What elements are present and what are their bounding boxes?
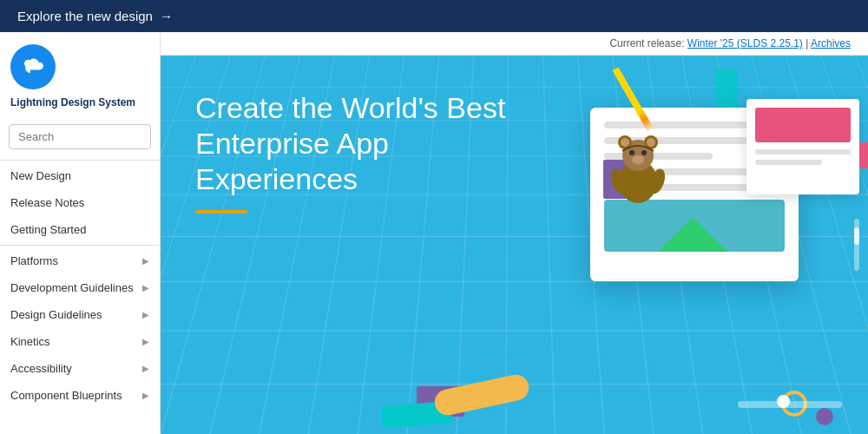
- pencil: [613, 67, 654, 130]
- hero-underline: [195, 210, 247, 214]
- sidebar-item-release-notes[interactable]: Release Notes: [0, 189, 160, 216]
- sidebar-nav: New DesignRelease NotesGetting StartedPl…: [0, 162, 160, 409]
- chevron-right-icon: ▶: [142, 337, 149, 346]
- nav-divider: [0, 245, 160, 246]
- release-bar: Current release: Winter '25 (SLDS 2.25.1…: [161, 32, 868, 56]
- sidebar-item-component-blueprints[interactable]: Component Blueprints▶: [0, 382, 160, 409]
- chevron-right-icon: ▶: [142, 256, 149, 266]
- svg-point-5: [647, 138, 655, 147]
- nav-divider-top: [0, 160, 160, 161]
- sidebar-item-label: New Design: [10, 169, 71, 182]
- bear-body: [608, 125, 668, 203]
- archives-link[interactable]: Archives: [811, 37, 851, 49]
- svg-point-8: [632, 155, 644, 164]
- sidebar-item-design-guidelines[interactable]: Design Guidelines▶: [0, 301, 160, 328]
- release-separator: |: [806, 37, 808, 49]
- release-text: Current release:: [609, 37, 684, 49]
- sidebar-item-label: Platforms: [10, 254, 58, 267]
- sidebar-item-kinetics[interactable]: Kinetics▶: [0, 328, 160, 355]
- svg-point-3: [621, 138, 629, 147]
- sidebar-item-platforms[interactable]: Platforms▶: [0, 247, 160, 274]
- doc-image: [604, 200, 785, 252]
- right-card-line-1: [755, 149, 851, 155]
- main-layout: Lightning Design System New DesignReleas…: [0, 32, 868, 434]
- sidebar-item-development-guidelines[interactable]: Development Guidelines▶: [0, 274, 160, 301]
- sidebar-item-label: Accessibility: [10, 362, 72, 375]
- search-container: [0, 119, 160, 158]
- chevron-right-icon: ▶: [142, 364, 149, 373]
- skateboard-shape: [432, 372, 531, 418]
- sidebar-item-label: Release Notes: [10, 196, 84, 209]
- right-card-line-2: [755, 160, 822, 165]
- sidebar-item-label: Getting Started: [10, 223, 86, 236]
- track-line: [738, 401, 842, 408]
- chevron-right-icon: ▶: [142, 283, 149, 293]
- mascot-area: [590, 73, 694, 203]
- track-ball: [777, 395, 790, 408]
- hero-title: Create the World's Best Enterprise App E…: [195, 90, 542, 196]
- right-card: [746, 99, 859, 194]
- sidebar-item-label: Kinetics: [10, 335, 50, 348]
- scroll-indicator[interactable]: [854, 219, 859, 271]
- explore-arrow: →: [160, 9, 173, 23]
- circle-purple: [816, 408, 833, 425]
- bear-svg: [608, 125, 668, 203]
- svg-point-6: [629, 150, 635, 155]
- chevron-right-icon: ▶: [142, 310, 149, 319]
- chevron-right-icon: ▶: [142, 391, 149, 400]
- hero-section: Create the World's Best Enterprise App E…: [161, 56, 868, 434]
- hero-text: Create the World's Best Enterprise App E…: [195, 90, 542, 214]
- right-card-top: [755, 108, 851, 142]
- sidebar-item-label: Design Guidelines: [10, 308, 102, 321]
- sidebar-item-label: Development Guidelines: [10, 281, 134, 294]
- sidebar-header: Lightning Design System: [0, 32, 160, 119]
- sidebar: Lightning Design System New DesignReleas…: [0, 32, 161, 434]
- sidebar-item-getting-started[interactable]: Getting Started: [0, 216, 160, 243]
- sidebar-item-new-design[interactable]: New Design: [0, 162, 160, 189]
- explore-text: Explore the new design: [17, 9, 153, 23]
- explore-link[interactable]: Explore the new design →: [17, 9, 173, 23]
- sidebar-item-label: Component Blueprints: [10, 389, 122, 402]
- top-banner: Explore the new design →: [0, 0, 868, 32]
- svg-point-7: [641, 150, 647, 155]
- salesforce-logo-svg: [18, 57, 48, 76]
- site-title: Lightning Design System: [10, 96, 135, 110]
- search-input[interactable]: [9, 124, 151, 149]
- doc-square-1: [859, 142, 868, 168]
- main-content: Current release: Winter '25 (SLDS 2.25.1…: [161, 32, 868, 434]
- salesforce-logo[interactable]: [10, 44, 56, 89]
- sidebar-item-accessibility[interactable]: Accessibility▶: [0, 355, 160, 382]
- scroll-thumb: [854, 227, 859, 245]
- release-link[interactable]: Winter '25 (SLDS 2.25.1): [687, 37, 803, 49]
